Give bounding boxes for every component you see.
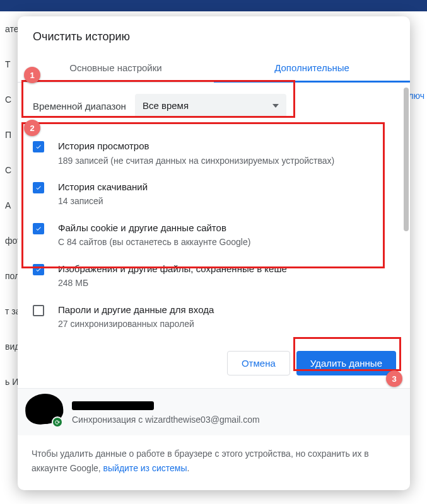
footer-note: Чтобы удалить данные о работе в браузере… bbox=[18, 435, 410, 490]
sign-out-link[interactable]: выйдите из системы bbox=[103, 463, 187, 473]
checkbox-browsing-history[interactable] bbox=[33, 141, 44, 152]
item-subtitle: 14 записей bbox=[58, 194, 395, 208]
item-title: Изображения и другие файлы, сохраненные … bbox=[58, 262, 395, 277]
item-subtitle: 189 записей (не считая данных на синхрон… bbox=[58, 154, 395, 168]
account-section: ⟳ Синхронизация с wizardthewise03@gmail.… bbox=[18, 388, 410, 435]
item-title: История просмотров bbox=[58, 139, 395, 154]
clear-browsing-data-dialog: Очистить историю Основные настройки Допо… bbox=[18, 16, 410, 490]
avatar-container: ⟳ bbox=[32, 398, 61, 427]
dialog-buttons: Отмена Удалить данные bbox=[18, 337, 410, 388]
item-subtitle: 248 МБ bbox=[58, 276, 395, 290]
sync-icon: ⟳ bbox=[55, 419, 60, 426]
redacted-account-name bbox=[72, 401, 154, 410]
check-icon bbox=[35, 144, 42, 150]
time-range-value: Все время bbox=[143, 100, 189, 111]
checkbox-download-history[interactable] bbox=[33, 182, 44, 193]
tabs-row: Основные настройки Дополнительные bbox=[18, 55, 410, 83]
time-range-label: Временной диапазон bbox=[33, 101, 126, 112]
checkbox-cookies[interactable] bbox=[33, 223, 44, 234]
sync-badge-icon: ⟳ bbox=[52, 416, 63, 428]
tab-advanced[interactable]: Дополнительные bbox=[214, 55, 410, 82]
dialog-title: Очистить историю bbox=[18, 16, 410, 55]
item-browsing-history: История просмотров 189 записей (не счита… bbox=[33, 133, 395, 174]
footer-text: . bbox=[187, 463, 189, 473]
check-icon bbox=[35, 266, 42, 273]
scrollbar-track[interactable] bbox=[404, 88, 409, 321]
item-title: История скачиваний bbox=[58, 180, 395, 195]
item-subtitle: С 84 сайтов (вы останетесь в аккаунте Go… bbox=[58, 235, 395, 249]
window-topbar bbox=[0, 0, 427, 11]
check-icon bbox=[35, 185, 42, 191]
item-download-history: История скачиваний 14 записей bbox=[33, 174, 395, 215]
account-sync-text: Синхронизация с wizardthewise03@gmail.co… bbox=[72, 415, 396, 425]
item-cookies: Файлы cookie и другие данные сайтов С 84… bbox=[33, 215, 395, 256]
check-icon bbox=[35, 226, 42, 232]
time-range-dropdown[interactable]: Все время bbox=[135, 94, 286, 118]
footer-text: Чтобы удалить данные о работе в браузере… bbox=[32, 449, 369, 472]
time-range-row: Временной диапазон Все время bbox=[33, 90, 395, 122]
checkbox-list: История просмотров 189 записей (не счита… bbox=[33, 133, 395, 337]
item-title: Файлы cookie и другие данные сайтов bbox=[58, 221, 395, 236]
item-cached-images: Изображения и другие файлы, сохраненные … bbox=[33, 256, 395, 297]
item-passwords: Пароли и другие данные для входа 27 синх… bbox=[33, 297, 395, 338]
dialog-content: Временной диапазон Все время История про… bbox=[18, 83, 410, 337]
item-title: Пароли и другие данные для входа bbox=[58, 303, 395, 318]
chevron-down-icon bbox=[272, 104, 279, 108]
item-subtitle: 27 синхронизированных паролей bbox=[58, 317, 395, 331]
checkbox-cached-images[interactable] bbox=[33, 264, 44, 275]
clear-data-button[interactable]: Удалить данные bbox=[296, 351, 396, 375]
tab-basic[interactable]: Основные настройки bbox=[18, 55, 214, 82]
checkbox-passwords[interactable] bbox=[33, 305, 44, 316]
scrollbar-thumb[interactable] bbox=[404, 88, 409, 231]
cancel-button[interactable]: Отмена bbox=[227, 351, 290, 375]
bg-toggle-text: люч bbox=[408, 91, 424, 101]
